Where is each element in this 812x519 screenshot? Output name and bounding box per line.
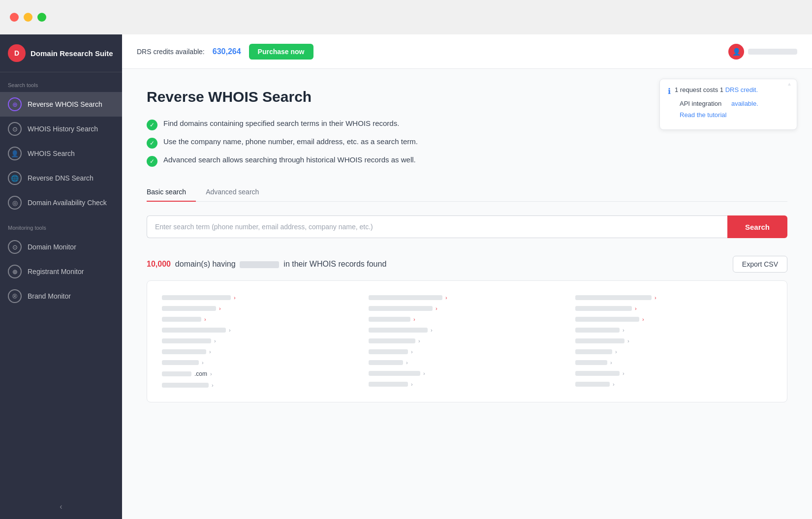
result-bar	[575, 338, 625, 343]
results-number: 10,000	[147, 260, 171, 268]
sidebar-item-registrant-monitor[interactable]: ⊕ Registrant Monitor	[0, 259, 122, 284]
credits-value: 630,264	[213, 47, 241, 56]
result-arrow-icon: ›	[418, 338, 420, 344]
result-row: ›	[162, 360, 359, 366]
result-arrow-icon: ›	[204, 316, 206, 322]
maximize-button[interactable]	[37, 13, 46, 22]
sidebar-item-whois-history[interactable]: ⊙ WHOIS History Search	[0, 117, 122, 141]
result-col-1: › › › ›	[162, 295, 359, 388]
sidebar-item-reverse-dns[interactable]: 🌐 Reverse DNS Search	[0, 166, 122, 190]
sidebar-item-label: Reverse WHOIS Search	[28, 100, 102, 108]
info-cost-text: 1 request costs 1 DRS credit.	[675, 86, 758, 93]
result-arrow-icon: ›	[202, 360, 204, 366]
main-content: ℹ 1 request costs 1 DRS credit. API inte…	[122, 69, 812, 519]
result-row: ›	[369, 381, 565, 387]
domain-availability-icon: ◎	[8, 196, 22, 210]
result-bar	[575, 317, 639, 322]
domain-monitor-icon: ⊙	[8, 240, 22, 254]
result-bar	[575, 349, 612, 354]
check-icon-3: ✓	[147, 156, 157, 167]
export-csv-button[interactable]: Export CSV	[733, 256, 787, 273]
close-button[interactable]	[10, 13, 19, 22]
result-arrow-icon: ›	[445, 295, 447, 301]
reverse-whois-icon: ⊕	[8, 97, 22, 111]
drs-credit-link[interactable]: DRS credit.	[725, 86, 758, 93]
whois-history-icon: ⊙	[8, 122, 22, 136]
result-bar	[575, 371, 620, 376]
sidebar-item-label: WHOIS History Search	[28, 125, 98, 133]
result-bar	[162, 317, 201, 322]
result-row: ›	[369, 370, 565, 376]
result-row: ›	[162, 327, 359, 333]
result-arrow-icon: ›	[210, 371, 212, 377]
result-row: .com ›	[162, 370, 359, 377]
result-row: ›	[162, 316, 359, 322]
sidebar-item-label: Brand Monitor	[28, 292, 71, 300]
result-row: ›	[369, 295, 565, 301]
result-arrow-icon: ›	[613, 381, 615, 387]
search-bar: Search	[147, 215, 787, 238]
sidebar-item-domain-availability[interactable]: ◎ Domain Availability Check	[0, 190, 122, 215]
search-input[interactable]	[147, 215, 727, 238]
search-button[interactable]: Search	[727, 215, 787, 238]
result-arrow-icon: ›	[642, 316, 644, 322]
result-arrow-icon: ›	[406, 360, 408, 366]
result-row: ›	[369, 327, 565, 333]
result-arrow-icon: ›	[623, 327, 625, 333]
sidebar-item-label: Reverse DNS Search	[28, 174, 94, 182]
result-arrow-icon: ›	[234, 295, 236, 301]
result-bar	[162, 349, 206, 354]
sidebar-item-brand-monitor[interactable]: ® Brand Monitor	[0, 284, 122, 308]
sidebar-item-label: Registrant Monitor	[28, 268, 84, 275]
result-arrow-icon: ›	[610, 360, 612, 366]
result-row: ›	[575, 338, 772, 344]
result-bar	[575, 306, 632, 311]
result-arrow-icon: ›	[411, 349, 413, 355]
tab-basic-search[interactable]: Basic search	[147, 183, 196, 202]
search-tools-label: Search tools	[0, 72, 122, 92]
brand-monitor-icon: ®	[8, 289, 22, 303]
sidebar-item-reverse-whois[interactable]: ⊕ Reverse WHOIS Search	[0, 92, 122, 117]
result-row: ›	[575, 349, 772, 355]
user-name	[748, 49, 797, 55]
sidebar-title: Domain Research Suite	[31, 49, 113, 58]
reverse-dns-icon: 🌐	[8, 171, 22, 185]
result-row: ›	[369, 360, 565, 366]
api-available-link[interactable]: available.	[731, 100, 758, 107]
result-bar	[369, 338, 415, 343]
result-row: ›	[369, 316, 565, 322]
check-icon-1: ✓	[147, 120, 157, 130]
topbar: DRS credits available: 630,264 Purchase …	[122, 34, 812, 69]
result-bar	[369, 306, 433, 311]
minimize-button[interactable]	[24, 13, 32, 22]
result-arrow-icon: ›	[413, 316, 415, 322]
result-bar	[369, 360, 403, 365]
sidebar-header: D Domain Research Suite	[0, 34, 122, 72]
result-arrow-icon: ›	[219, 305, 221, 311]
result-col-3: › › › ›	[575, 295, 772, 388]
result-arrow-icon: ›	[229, 327, 231, 333]
sidebar-collapse-button[interactable]: ‹	[0, 494, 122, 519]
result-row: ›	[575, 305, 772, 311]
title-bar	[0, 0, 812, 34]
purchase-button[interactable]: Purchase now	[249, 44, 313, 60]
tooltip-arrow	[787, 79, 792, 88]
result-arrow-icon: ›	[436, 305, 437, 311]
sidebar-item-whois-search[interactable]: 👤 WHOIS Search	[0, 141, 122, 166]
redacted-term	[240, 261, 279, 268]
result-row: ›	[162, 382, 359, 388]
results-columns: › › › ›	[162, 295, 772, 388]
result-row: ›	[162, 295, 359, 301]
tab-advanced-search[interactable]: Advanced search	[206, 183, 269, 202]
sidebar-item-label: Domain Monitor	[28, 243, 76, 251]
sidebar-item-domain-monitor[interactable]: ⊙ Domain Monitor	[0, 235, 122, 259]
result-bar	[162, 360, 199, 365]
result-bar	[369, 382, 408, 387]
result-bar	[575, 328, 620, 333]
result-arrow-icon: ›	[212, 382, 214, 388]
result-bar	[575, 360, 607, 365]
result-bar	[575, 295, 652, 300]
tutorial-link[interactable]: Read the tutorial	[680, 111, 726, 119]
app-logo: D	[8, 44, 26, 62]
result-bar	[369, 328, 428, 333]
